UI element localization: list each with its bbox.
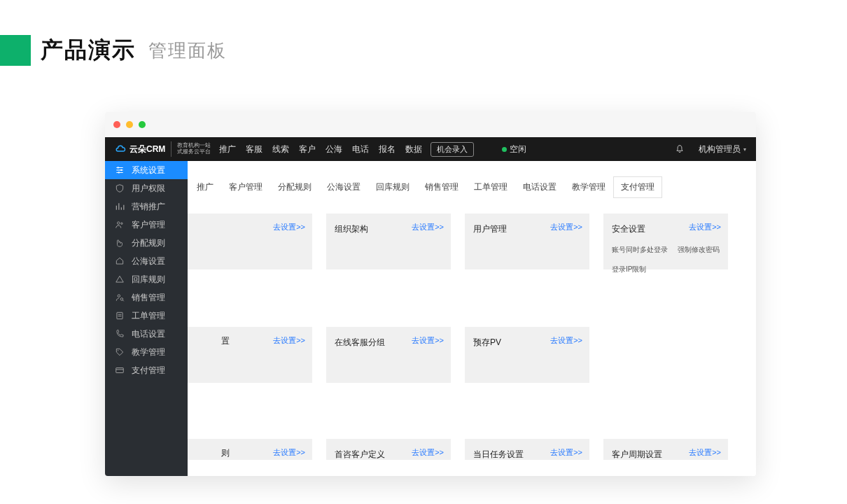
sidebar-item-assign-rules[interactable]: 分配规则 bbox=[105, 234, 188, 252]
window-max-dot[interactable] bbox=[139, 121, 146, 128]
svg-rect-9 bbox=[116, 368, 124, 373]
sidebar-item-label: 回库规则 bbox=[132, 274, 165, 286]
bell-icon[interactable] bbox=[675, 144, 685, 154]
hand-icon bbox=[115, 238, 125, 248]
nav-item-7[interactable]: 数据 bbox=[405, 144, 422, 155]
card-org-structure: 组织架构 去设置>> bbox=[326, 214, 451, 270]
nav-item-3[interactable]: 客户 bbox=[299, 144, 316, 155]
card-go-settings-link[interactable]: 去设置>> bbox=[550, 335, 582, 346]
sidebar-item-label: 教学管理 bbox=[132, 346, 165, 358]
svg-point-4 bbox=[121, 223, 122, 224]
sidebar-item-return-rules[interactable]: 回库规则 bbox=[105, 270, 188, 288]
window-close-dot[interactable] bbox=[113, 121, 120, 128]
record-opportunity-button[interactable]: 机会录入 bbox=[430, 142, 474, 157]
cards-area: 去设置>> 组织架构 去设置>> 用户管理 去设置>> 安全设置 去设置>> bbox=[188, 198, 756, 460]
sidebar-item-user-permissions[interactable]: 用户权限 bbox=[105, 179, 188, 197]
status-label: 空闲 bbox=[510, 144, 526, 155]
sidebar-item-sales-mgmt[interactable]: 销售管理 bbox=[105, 288, 188, 307]
svg-rect-7 bbox=[117, 312, 122, 318]
card-daily-task-settings: 当日任务设置 去设置>> bbox=[465, 439, 589, 460]
sidebar-item-label: 电话设置 bbox=[132, 328, 165, 340]
logo-divider bbox=[171, 141, 172, 157]
sidebar-item-label: 公海设置 bbox=[132, 255, 165, 267]
sidebar-item-system-settings[interactable]: 系统设置 bbox=[105, 161, 188, 179]
card-row-2: 置 去设置>> 在线客服分组 去设置>> 预存PV 去设置>> bbox=[188, 327, 756, 383]
card-go-settings-link[interactable]: 去设置>> bbox=[412, 222, 444, 232]
document-icon bbox=[115, 311, 125, 321]
svg-point-0 bbox=[118, 167, 119, 168]
chevron-down-icon: ▾ bbox=[743, 146, 746, 153]
card-title: 在线客服分组 bbox=[335, 337, 385, 347]
sidebar-item-label: 客户管理 bbox=[132, 219, 165, 231]
nav-item-5[interactable]: 电话 bbox=[352, 144, 369, 155]
card-go-settings-link[interactable]: 去设置>> bbox=[412, 447, 444, 458]
card-first-consult-def: 首咨客户定义 去设置>> bbox=[326, 439, 451, 460]
sidebar-item-label: 销售管理 bbox=[132, 292, 165, 304]
svg-point-2 bbox=[118, 172, 120, 173]
sliders-icon bbox=[115, 165, 125, 175]
card-go-settings-link[interactable]: 去设置>> bbox=[273, 222, 305, 232]
tab-4[interactable]: 回库规则 bbox=[368, 176, 417, 198]
tab-1[interactable]: 客户管理 bbox=[221, 176, 270, 198]
sidebar-item-customer-mgmt[interactable]: 客户管理 bbox=[105, 216, 188, 234]
nav-item-1[interactable]: 客服 bbox=[246, 144, 262, 155]
tab-7[interactable]: 电话设置 bbox=[515, 176, 564, 198]
tab-9[interactable]: 支付管理 bbox=[613, 176, 662, 198]
window-min-dot[interactable] bbox=[126, 121, 133, 128]
tab-6[interactable]: 工单管理 bbox=[466, 176, 515, 198]
sidebar-item-marketing[interactable]: 营销推广 bbox=[105, 197, 188, 216]
sidebar-item-public-settings[interactable]: 公海设置 bbox=[105, 252, 188, 270]
card-title: 用户管理 bbox=[473, 224, 507, 234]
topbar: 云朵CRM 教育机构一站式服务云平台 推广 客服 线索 客户 公海 电话 报名 … bbox=[105, 137, 756, 161]
card-title: 组织架构 bbox=[335, 224, 368, 234]
logo: 云朵CRM 教育机构一站式服务云平台 bbox=[115, 141, 211, 157]
card-r3-c1: 则 去设置>> bbox=[188, 439, 312, 460]
card-go-settings-link[interactable]: 去设置>> bbox=[412, 335, 444, 346]
accent-block bbox=[0, 35, 31, 66]
tab-5[interactable]: 销售管理 bbox=[417, 176, 466, 198]
logo-tagline: 教育机构一站式服务云平台 bbox=[177, 143, 211, 155]
window-chrome bbox=[105, 112, 756, 137]
card-go-settings-link[interactable]: 去设置>> bbox=[689, 222, 721, 232]
card-title: 预存PV bbox=[473, 337, 501, 347]
sidebar-item-payment-mgmt[interactable]: 支付管理 bbox=[105, 361, 188, 379]
card-body: 账号同时多处登录 强制修改密码 登录IP限制 bbox=[612, 245, 720, 274]
nav-item-4[interactable]: 公海 bbox=[326, 144, 342, 155]
tab-2[interactable]: 分配规则 bbox=[270, 176, 319, 198]
card-title: 则 bbox=[221, 447, 230, 459]
nav-item-6[interactable]: 报名 bbox=[379, 144, 396, 155]
sidebar-item-teaching-mgmt[interactable]: 教学管理 bbox=[105, 343, 188, 361]
nav-item-0[interactable]: 推广 bbox=[219, 144, 236, 155]
sidebar-item-label: 营销推广 bbox=[132, 201, 165, 213]
sidebar-item-ticket-mgmt[interactable]: 工单管理 bbox=[105, 307, 188, 325]
tab-0[interactable]: 推广 bbox=[195, 176, 221, 198]
users-icon bbox=[115, 220, 125, 230]
card-icon bbox=[115, 365, 125, 375]
card-prestore-pv: 预存PV 去设置>> bbox=[465, 327, 589, 383]
card-security-settings: 安全设置 去设置>> 账号同时多处登录 强制修改密码 登录IP限制 bbox=[603, 214, 728, 270]
tab-row: 推广 客户管理 分配规则 公海设置 回库规则 销售管理 工单管理 电话设置 教学… bbox=[188, 161, 756, 198]
card-title: 首咨客户定义 bbox=[335, 449, 385, 459]
nav-item-2[interactable]: 线索 bbox=[272, 144, 289, 155]
card-go-settings-link[interactable]: 去设置>> bbox=[550, 222, 582, 232]
user-menu[interactable]: 机构管理员 ▾ bbox=[699, 144, 746, 155]
sidebar-item-phone-settings[interactable]: 电话设置 bbox=[105, 325, 188, 343]
card-r2-c1: 置 去设置>> bbox=[188, 327, 312, 383]
sidebar-item-label: 用户权限 bbox=[132, 183, 165, 195]
svg-point-3 bbox=[118, 222, 120, 225]
triangle-icon bbox=[115, 274, 125, 284]
card-title: 当日任务设置 bbox=[473, 449, 524, 459]
card-go-settings-link[interactable]: 去设置>> bbox=[273, 447, 305, 458]
card-go-settings-link[interactable]: 去设置>> bbox=[273, 335, 305, 346]
tab-3[interactable]: 公海设置 bbox=[319, 176, 368, 198]
card-go-settings-link[interactable]: 去设置>> bbox=[550, 447, 582, 458]
sidebar-item-label: 分配规则 bbox=[132, 237, 165, 249]
logo-text: 云朵CRM bbox=[130, 144, 165, 155]
status-indicator-dot bbox=[502, 147, 507, 152]
tab-8[interactable]: 教学管理 bbox=[564, 176, 613, 198]
house-icon bbox=[115, 256, 125, 266]
page-title-bar: 产品演示 管理面板 bbox=[0, 0, 847, 66]
card-title: 客户周期设置 bbox=[612, 449, 662, 459]
card-go-settings-link[interactable]: 去设置>> bbox=[689, 447, 721, 458]
cloud-logo-icon bbox=[115, 143, 127, 155]
